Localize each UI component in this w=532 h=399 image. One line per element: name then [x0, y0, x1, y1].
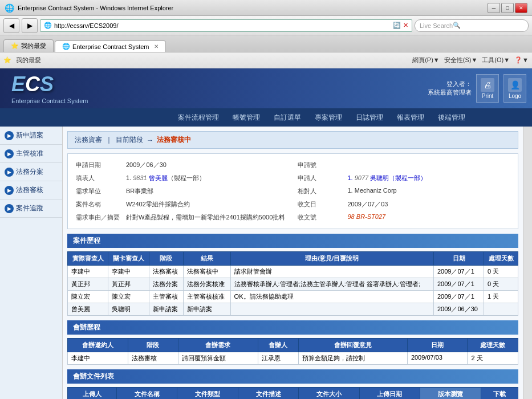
sidebar-item-manager-label: 主管核准	[16, 149, 43, 158]
cell-days-3: 1 天	[484, 291, 518, 303]
logout-button[interactable]: 👤 Logo	[503, 74, 526, 103]
col-days: 處理天數	[484, 252, 518, 266]
history-row-4: 曾美麗 吳聰明 新申請案 新申請案 2009／06／30	[68, 303, 518, 316]
cell-reviewer-3: 陳立宏	[68, 291, 108, 303]
nav-custom-menu[interactable]: 自訂選單	[267, 109, 308, 126]
tab-favorites[interactable]: ⭐ 我的最愛	[3, 39, 54, 52]
document-table: 上傳人 文件名稱 文件類型 文件描述 文件大小 上傳日期 版本瀏覽 下載	[67, 387, 518, 399]
logout-icon: 👤	[508, 78, 522, 92]
sidebar-item-new-label: 新申請案	[16, 131, 43, 140]
sidebar-item-case-tracking[interactable]: ▶ 案件追蹤	[0, 199, 62, 218]
scrollbar[interactable]	[523, 127, 532, 399]
field-receiveno-label: 收文號	[295, 212, 341, 223]
nav-workflow[interactable]: 案件流程管理	[171, 109, 226, 126]
minimize-button[interactable]: ─	[488, 3, 500, 13]
nav-reports[interactable]: 報表管理	[390, 109, 431, 126]
col-download: 下載	[481, 388, 518, 400]
cell-reviewer-2: 黃正邦	[68, 278, 108, 291]
forward-button[interactable]: ▶	[22, 18, 38, 33]
ecs-tab-icon: 🌐	[62, 43, 70, 50]
breadcrumb: 法務資審 ｜ 目前階段 → 法務審核中	[67, 131, 518, 149]
ecs-navigation: 案件流程管理 帳號管理 自訂選單 專案管理 日誌管理 報表管理 後端管理	[0, 108, 532, 127]
security-menu[interactable]: 安全性(S)▼	[444, 56, 478, 64]
field-appno-value	[346, 160, 513, 170]
col-inviter: 會辦邀約人	[68, 339, 128, 352]
nav-logs[interactable]: 日誌管理	[349, 109, 390, 126]
search-icon[interactable]: 🔍	[453, 22, 461, 29]
cell-approver-3: 陳立宏	[108, 291, 149, 303]
col-upload-date: 上傳日期	[359, 388, 420, 400]
meeting-reply-1: 預算金額足夠，請控制	[299, 352, 408, 365]
back-button[interactable]: ◀	[3, 18, 19, 33]
cell-result-2: 法務分案核准	[183, 278, 230, 291]
main-area: ▶ 新申請案 ▶ 主管核准 ▶ 法務分案 ▶ 法務審核 ▶ 案件追蹤 法務資審 …	[0, 127, 532, 399]
meeting-date-1: 2009/07/03	[407, 352, 468, 365]
nav-backend[interactable]: 後端管理	[431, 109, 472, 126]
print-label: Print	[482, 93, 494, 99]
favorites-menu[interactable]: 我的最愛	[16, 56, 41, 64]
sidebar-item-legal-review[interactable]: ▶ 法務審核	[0, 181, 62, 199]
browser-tabs: ⭐ 我的最愛 🌐 Enterprise Contract System ✕	[0, 35, 532, 52]
cell-result-1: 法務審核中	[183, 266, 230, 278]
favorites-icon: ⭐	[11, 42, 19, 50]
field-receivedate-label: 收文日	[295, 199, 341, 210]
ecs-user-info: 登入者： 系統最高管理者	[428, 80, 472, 97]
cell-result-4: 新申請案	[183, 303, 230, 316]
print-icon: 🖨	[481, 78, 494, 92]
cell-reason-3: OK。請法務協助處理	[230, 291, 433, 303]
field-reason-label: 需求事由／摘要	[74, 212, 119, 223]
history-row-2: 黃正邦 黃正邦 法務分案 法務分案核准 法務審核承辦人:管理者;法務主管承辦人:…	[68, 278, 518, 291]
stop-button[interactable]: ✕	[403, 22, 408, 29]
close-button[interactable]: ✕	[515, 3, 527, 13]
nav-accounts[interactable]: 帳號管理	[226, 109, 267, 126]
ecs-logo: ECS	[11, 72, 160, 96]
meeting-request-1: 請回覆預算金額	[178, 352, 258, 365]
tab-close-icon[interactable]: ✕	[154, 43, 159, 50]
cell-result-3: 主管審核核准	[183, 291, 230, 303]
field-receiveno-value: 98 BR-ST027	[346, 212, 513, 223]
print-button[interactable]: 🖨 Print	[476, 74, 499, 103]
titlebar-text: Enterprise Contract System - Windows Int…	[18, 5, 173, 11]
sidebar-item-manager-approval[interactable]: ▶ 主管核准	[0, 145, 62, 163]
search-bar[interactable]: Live Search 🔍	[415, 19, 529, 32]
content-area: 法務資審 ｜ 目前階段 → 法務審核中 申請日期 2009／06／30 申請號 …	[63, 127, 523, 399]
cell-date-2: 2009／07／1	[433, 278, 484, 291]
breadcrumb-current: 法務審核中	[157, 135, 191, 145]
col-version-view: 版本瀏覽	[420, 388, 481, 400]
cell-stage-3: 主管審核	[149, 291, 183, 303]
field-filler-label: 填表人	[74, 173, 119, 184]
meeting-section: 會辦歷程 會辦邀約人 階段 會辦需求 會辦人 會辦回覆意見 日期 處理天數	[67, 320, 518, 365]
meeting-reviewer-1: 江承恩	[258, 352, 298, 365]
help-menu[interactable]: ❓▼	[514, 56, 529, 64]
document-section-header: 會辦文件列表	[67, 369, 518, 384]
sidebar-item-legal-review-label: 法務審核	[16, 185, 43, 195]
col-filetype: 文件類型	[177, 388, 238, 400]
page-menu[interactable]: 網頁(P)▼	[412, 56, 440, 64]
go-button[interactable]: 🔄	[393, 22, 401, 29]
field-appno-label: 申請號	[295, 160, 341, 170]
col-date: 日期	[433, 252, 484, 266]
field-reason-value: 針對W產品製程，需增加一新零組件2401採購約5000批料	[124, 212, 291, 223]
sidebar: ▶ 新申請案 ▶ 主管核准 ▶ 法務分案 ▶ 法務審核 ▶ 案件追蹤	[0, 127, 63, 399]
col-description: 文件描述	[238, 388, 298, 400]
field-dept-value: BR事業部	[124, 186, 291, 197]
history-row-1: 李建中 李建中 法務審核 法務審核中 請求財管會辦 2009／07／1 0 天	[68, 266, 518, 278]
titlebar: 🌐 Enterprise Contract System - Windows I…	[0, 0, 532, 16]
nav-projects[interactable]: 專案管理	[308, 109, 349, 126]
tools-menu[interactable]: 工具(O)▼	[482, 56, 510, 64]
browser-toolbar: ◀ ▶ 🌐 http://ecssrv/ECS2009/ 🔄 ✕ Live Se…	[0, 16, 532, 35]
tab-ecs[interactable]: 🌐 Enterprise Contract System ✕	[55, 40, 166, 52]
address-bar[interactable]: 🌐 http://ecssrv/ECS2009/ 🔄 ✕	[40, 19, 412, 32]
maximize-button[interactable]: □	[501, 3, 514, 13]
field-filler-value: 1. 9831 曾美麗（製程一部）	[124, 173, 291, 184]
col-meeting-request: 會辦需求	[178, 339, 258, 352]
col-meeting-stage: 階段	[128, 339, 178, 352]
sidebar-item-legal-case-label: 法務分案	[16, 167, 43, 177]
cell-stage-4: 新申請案	[149, 303, 183, 316]
meeting-row-1: 李建中 法務審核 請回覆預算金額 江承恩 預算金額足夠，請控制 2009/07/…	[68, 352, 518, 365]
browser-menubar: ⭐ 我的最愛 網頁(P)▼ 安全性(S)▼ 工具(O)▼ ❓▼	[0, 52, 532, 68]
tab-ecs-label: Enterprise Contract System	[72, 43, 149, 50]
sidebar-item-legal-case[interactable]: ▶ 法務分案	[0, 163, 62, 181]
ecs-header: ECS Enterprise Contract System 登入者： 系統最高…	[0, 68, 532, 108]
sidebar-item-new-application[interactable]: ▶ 新申請案	[0, 127, 62, 145]
